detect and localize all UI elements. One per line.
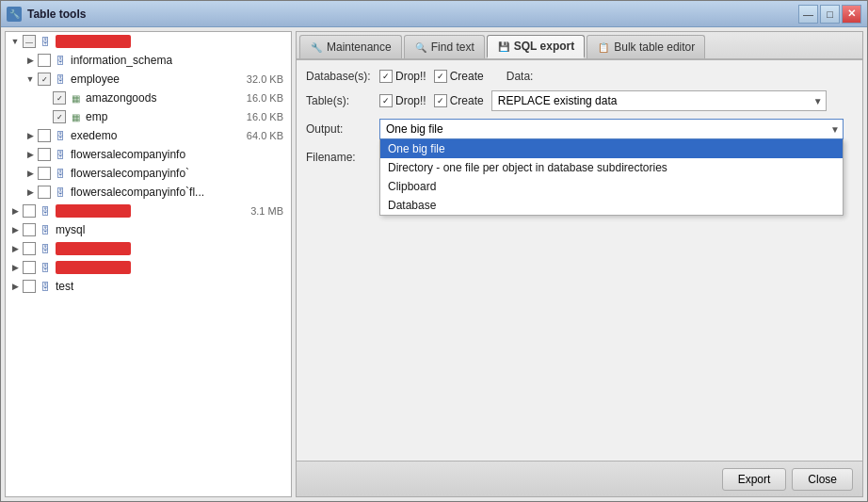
expander-9[interactable]: ▶: [8, 202, 23, 220]
tree-item-6[interactable]: ▶ 🗄 flowersalecompanyinfo: [6, 145, 291, 164]
tree-item-8[interactable]: ▶ 🗄 flowersalecompanyinfo`fl...: [6, 183, 291, 202]
expander-8[interactable]: ▶: [23, 183, 38, 202]
tab-sql-export[interactable]: 💾 SQL export: [487, 35, 585, 58]
find-text-icon: 🔍: [414, 40, 427, 54]
tree-item-5[interactable]: ▶ 🗄 exedemo 64.0 KB: [6, 126, 291, 145]
title-bar-buttons: — □ ✕: [798, 5, 861, 24]
tree-item-3[interactable]: ✓ ▦ amazongoods 16.0 KB: [6, 89, 291, 107]
tables-drop-label: Drop!!: [395, 94, 426, 107]
db-icon-12: 🗄: [38, 260, 53, 275]
close-window-button[interactable]: ✕: [842, 5, 861, 24]
database-tree[interactable]: ▼ — 🗄 ▶ 🗄 information_schema ▼ ✓ 🗄 emplo…: [5, 31, 292, 497]
tree-item-9[interactable]: ▶ 🗄 3.1 MB: [6, 202, 291, 220]
tree-item-1[interactable]: ▶ 🗄 information_schema: [6, 51, 291, 70]
tree-item-12[interactable]: ▶ 🗄: [6, 258, 291, 277]
tree-item-0[interactable]: ▼ — 🗄: [6, 32, 291, 51]
minimize-button[interactable]: —: [798, 5, 818, 24]
tab-bulk-editor[interactable]: 📋 Bulk table editor: [587, 35, 705, 58]
tree-label-8: flowersalecompanyinfo`fl...: [71, 186, 204, 199]
db-icon-2: 🗄: [53, 72, 68, 87]
databases-create-checkbox[interactable]: [434, 70, 447, 83]
title-bar: 🔧 Table tools — □ ✕: [1, 1, 867, 27]
data-dropdown-value: REPLACE existing data: [498, 94, 618, 107]
tree-item-11[interactable]: ▶ 🗄: [6, 239, 291, 258]
databases-create-group: Create: [434, 70, 484, 83]
db-icon-10: 🗄: [38, 222, 53, 237]
expander-3[interactable]: [38, 89, 53, 107]
checkbox-6[interactable]: [38, 148, 51, 161]
tree-label-3: amazongoods: [86, 91, 156, 105]
main-content: ▼ — 🗄 ▶ 🗄 information_schema ▼ ✓ 🗄 emplo…: [1, 27, 867, 501]
maintenance-icon: 🔧: [310, 40, 323, 54]
expander-1[interactable]: ▶: [23, 51, 38, 70]
output-option-3[interactable]: Database: [380, 196, 843, 215]
data-dropdown[interactable]: REPLACE existing data ▼: [491, 90, 827, 111]
tree-item-2[interactable]: ▼ ✓ 🗄 employee 32.0 KB: [6, 70, 291, 89]
expander-0[interactable]: ▼: [8, 32, 23, 51]
sql-export-icon: 💾: [497, 40, 510, 53]
right-panel: 🔧 Maintenance 🔍 Find text 💾 SQL export 📋…: [296, 31, 863, 497]
expander-4[interactable]: [38, 107, 53, 126]
bottom-bar: Export Close: [297, 461, 862, 496]
tables-drop-checkbox[interactable]: [379, 94, 393, 107]
expander-5[interactable]: ▶: [23, 126, 38, 145]
expander-10[interactable]: ▶: [8, 220, 23, 239]
tree-item-4[interactable]: ✓ ▦ emp 16.0 KB: [6, 107, 291, 126]
tree-label-4: emp: [86, 110, 107, 123]
close-button[interactable]: Close: [792, 468, 853, 491]
maximize-button[interactable]: □: [820, 5, 840, 24]
tables-create-group: Create: [434, 94, 484, 107]
checkbox-4[interactable]: ✓: [53, 110, 66, 123]
expander-12[interactable]: ▶: [8, 258, 23, 277]
checkbox-13[interactable]: [23, 280, 36, 293]
output-label: Output:: [306, 122, 372, 136]
tree-label-10: mysql: [56, 223, 85, 236]
databases-drop-checkbox[interactable]: [379, 70, 393, 83]
expander-13[interactable]: ▶: [8, 277, 23, 296]
tree-item-13[interactable]: ▶ 🗄 test: [6, 277, 291, 296]
data-dropdown-arrow: ▼: [813, 96, 823, 106]
output-option-2[interactable]: Clipboard: [380, 177, 843, 196]
tree-label-1: information_schema: [71, 54, 172, 67]
tab-find-text-label: Find text: [431, 40, 474, 54]
checkbox-7[interactable]: [38, 167, 51, 180]
checkbox-8[interactable]: [38, 186, 51, 199]
export-button[interactable]: Export: [722, 468, 787, 491]
expander-7[interactable]: ▶: [23, 164, 38, 183]
tabs-bar: 🔧 Maintenance 🔍 Find text 💾 SQL export 📋…: [297, 32, 862, 60]
expander-2[interactable]: ▼: [23, 70, 38, 89]
checkbox-12[interactable]: [23, 261, 36, 274]
db-icon-1: 🗄: [53, 53, 68, 68]
checkbox-2[interactable]: ✓: [38, 73, 51, 86]
tree-label-11: [56, 242, 131, 255]
tree-item-7[interactable]: ▶ 🗄 flowersalecompanyinfo`: [6, 164, 291, 183]
checkbox-5[interactable]: [38, 129, 51, 142]
expander-11[interactable]: ▶: [8, 239, 23, 258]
tree-size-4: 16.0 KB: [247, 111, 287, 122]
tree-label-12: [56, 261, 131, 274]
tab-maintenance[interactable]: 🔧 Maintenance: [299, 35, 402, 58]
checkbox-11[interactable]: [23, 242, 36, 255]
databases-create-label: Create: [450, 70, 484, 83]
output-option-0[interactable]: One big file: [380, 139, 843, 158]
checkbox-3[interactable]: ✓: [53, 91, 66, 105]
checkbox-9[interactable]: [23, 204, 36, 218]
output-combo-selected[interactable]: One big file ▼: [379, 119, 844, 139]
output-combo-arrow: ▼: [830, 124, 840, 135]
table-icon-3: ▦: [68, 90, 83, 105]
tree-label-13: test: [56, 280, 73, 293]
tables-create-label: Create: [450, 94, 484, 107]
checkbox-0[interactable]: —: [23, 35, 36, 48]
expander-6[interactable]: ▶: [23, 145, 38, 164]
tables-create-checkbox[interactable]: [434, 94, 447, 107]
db-icon-11: 🗄: [38, 241, 53, 256]
tree-label-6: flowersalecompanyinfo: [71, 148, 185, 161]
checkbox-10[interactable]: [23, 223, 36, 236]
tree-label-9: [56, 204, 131, 218]
output-option-1[interactable]: Directory - one file per object in datab…: [380, 158, 843, 177]
output-row: Output: One big file ▼ One big file Dire…: [306, 119, 853, 139]
tree-item-10[interactable]: ▶ 🗄 mysql: [6, 220, 291, 239]
tables-row: Table(s): Drop!! Create REPLACE existing…: [306, 90, 853, 111]
checkbox-1[interactable]: [38, 54, 51, 67]
tab-find-text[interactable]: 🔍 Find text: [404, 35, 485, 58]
